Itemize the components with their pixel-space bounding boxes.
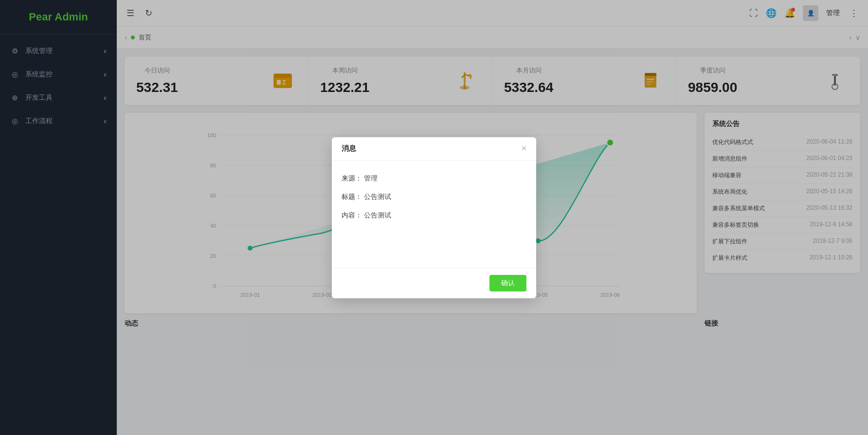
- modal-subject-field: 标题： 公告测试: [342, 193, 526, 201]
- modal-source-field: 来源： 管理: [342, 174, 526, 183]
- modal-content-value: 公告测试: [364, 211, 391, 219]
- modal-subject-label: 标题：: [342, 193, 362, 200]
- modal-source-value: 管理: [364, 174, 378, 182]
- modal-footer: 确认: [332, 268, 536, 298]
- modal-content-label: 内容：: [342, 211, 362, 219]
- modal-overlay[interactable]: 消息 × 来源： 管理 标题： 公告测试 内容： 公告测试 确认: [0, 0, 868, 435]
- modal-dialog: 消息 × 来源： 管理 标题： 公告测试 内容： 公告测试 确认: [332, 137, 536, 298]
- modal-subject-value: 公告测试: [364, 193, 391, 200]
- confirm-button[interactable]: 确认: [489, 275, 526, 291]
- modal-source-label: 来源：: [342, 174, 362, 182]
- modal-body: 来源： 管理 标题： 公告测试 内容： 公告测试: [332, 161, 536, 268]
- modal-title: 消息: [342, 144, 356, 153]
- close-icon[interactable]: ×: [521, 144, 526, 153]
- modal-header: 消息 ×: [332, 137, 536, 161]
- modal-content-field: 内容： 公告测试: [342, 211, 526, 220]
